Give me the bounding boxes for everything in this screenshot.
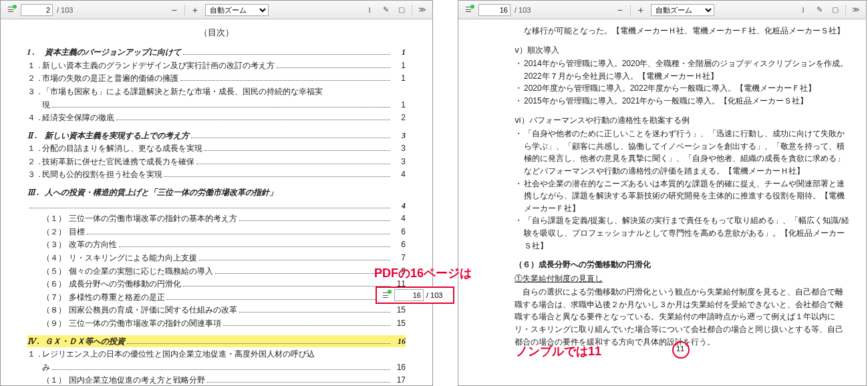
body-paragraph: 自らの選択による労働移動の円滑化という観点から失業給付制度を見ると、自己都合で離…: [515, 286, 850, 348]
toc-item: ２．技術革新に併せた官民連携で成長力を確保3: [27, 156, 406, 168]
bullet-item: ・2020年度から管理職に導入。2022年度から一般職に導入。【電機メーカーＦ社…: [515, 82, 850, 95]
bullet-item: ・「自身や他者のために正しいことを迷わず行う」、「迅速に行動し、成功に向けて失敗…: [515, 128, 850, 177]
toc-item: （８）国家公務員の育成・評価に関する仕組みの改革15: [27, 304, 406, 317]
right-page-content: な移行が可能となった。【電機メーカーＨ社、電機メーカーＦ社、化粧品メーカーＳ社】…: [458, 19, 866, 348]
left-pdf-pane: ☰ / 103 − + 自動ズーム I ✎ ▢ ≫ （目次） I . 資本主義の…: [0, 0, 433, 386]
toc-item: ３．民間も公的役割を担う社会を実現4: [27, 168, 406, 181]
toc-title: （目次）: [27, 26, 406, 39]
toc-item: １．新しい資本主義のグランドデザイン及び実行計画の改訂の考え方1: [27, 59, 406, 72]
bullet-item: ・2014年から管理職に導入。2020年、全職種・全階層のジョブディスクリプショ…: [515, 57, 850, 82]
toc-item: １．レジリエンス上の日本の優位性と国内企業立地促進・高度外国人材の呼び込: [27, 348, 406, 361]
zoom-in-button[interactable]: +: [635, 4, 647, 16]
toc-section-3b: 4: [27, 200, 406, 212]
zoom-out-button[interactable]: −: [168, 4, 180, 16]
toc-section-4: Ⅳ . ＧＸ・ＤＸ等への投資 16: [27, 335, 406, 348]
toc-item: み16: [27, 361, 406, 374]
page-total-label: / 103: [57, 6, 73, 14]
draw-icon[interactable]: ✎: [813, 4, 825, 16]
more-tools-icon[interactable]: ≫: [416, 4, 428, 16]
subhead-v: ⅴ）順次導入: [515, 44, 850, 57]
toc-item: ４．経済安全保障の徹底2: [27, 112, 406, 124]
toc-item: （９）三位一体の労働市場改革の指針の関連事項15: [27, 317, 406, 330]
toc-item: （６）成長分野への労働移動の円滑化11: [27, 278, 406, 291]
zoom-select[interactable]: 自動ズーム: [205, 4, 269, 16]
toc-item: ２．市場の失敗の是正と普遍的価値の擁護1: [27, 72, 406, 85]
bullet-item: ・2015年から管理職に導入。2021年から一般職に導入。【化粧品メーカーＳ社】: [515, 95, 850, 108]
page-total-callout: / 103: [426, 291, 442, 299]
toc-section-3: Ⅲ . 人への投資・構造的賃上げと「三位一体の労働市場改革の指針」: [27, 186, 406, 199]
toc-item: （５）個々の企業の実態に応じた職務給の導入9: [27, 265, 406, 278]
sidebar-toggle-icon[interactable]: ☰: [5, 4, 17, 16]
toc-section-2: Ⅱ . 新しい資本主義を実現する上での考え方 3: [27, 130, 406, 142]
zoom-in-button[interactable]: +: [189, 4, 201, 16]
annotation-text-2: ノンブルでは11: [516, 343, 601, 359]
separator: [412, 5, 412, 15]
toolbar-right: ☰ / 103 − + 自動ズーム I ✎ ▢ ≫: [458, 1, 866, 19]
toc-item: 現1: [27, 99, 406, 112]
sidebar-toggle-icon: ☰: [380, 289, 392, 301]
page-nombre: 11: [676, 345, 684, 353]
subhead-vi: ⅵ）パフォーマンスや行動の適格性を勘案する例: [515, 114, 850, 127]
toc-section-1: I . 資本主義のバージョンアップに向けて 1: [27, 46, 406, 59]
toc-item: （３）改革の方向性6: [27, 238, 406, 251]
text-cursor-icon[interactable]: I: [364, 4, 376, 16]
callout-pagebox: ☰ / 103: [376, 286, 454, 304]
separator: [630, 5, 631, 15]
page-total-label: / 103: [515, 6, 531, 14]
toc-item: ３．「市場も国家も」による課題解決と新たな市場・成長、国民の持続的な幸福実: [27, 85, 406, 98]
heading-6: （６）成長分野への労働移動の円滑化: [515, 258, 850, 271]
page-number-input[interactable]: [21, 4, 53, 16]
more-tools-icon[interactable]: ≫: [850, 4, 862, 16]
image-icon[interactable]: ▢: [829, 4, 841, 16]
image-icon[interactable]: ▢: [396, 4, 408, 16]
toc-item: （４）リ・スキリングによる能力向上支援7: [27, 252, 406, 264]
annotation-text-1: PDFの16ページは: [374, 265, 472, 281]
separator: [184, 5, 185, 15]
toc-item: （１）国内企業立地促進の考え方と戦略分野17: [27, 374, 406, 386]
zoom-out-button[interactable]: −: [614, 4, 626, 16]
separator: [845, 5, 846, 15]
toc-item: （２）目標6: [27, 226, 406, 238]
toc-item: （７）多様性の尊重と格差の是正13: [27, 291, 406, 304]
page-number-input[interactable]: [478, 4, 511, 16]
page-number-input-callout: [394, 289, 424, 301]
draw-icon[interactable]: ✎: [380, 4, 392, 16]
text-cursor-icon[interactable]: I: [797, 4, 809, 16]
bullet-item: ・「自ら課題を定義/提案し、解決策の実行まで責任をもって取り組める」、「幅広く知…: [515, 214, 850, 252]
left-page-content: （目次） I . 資本主義のバージョンアップに向けて 1 １．新しい資本主義のグ…: [1, 19, 432, 386]
bullet-item: ・社会や企業の潜在的なニーズあるいは本質的な課題を的確に捉え、チームや関連部署と…: [515, 178, 850, 215]
toc-item: １．分配の目詰まりを解消し、更なる成長を実現3: [27, 142, 406, 155]
toolbar-left: ☰ / 103 − + 自動ズーム I ✎ ▢ ≫: [1, 1, 432, 19]
body-text: な移行が可能となった。【電機メーカーＨ社、電機メーカーＦ社、化粧品メーカーＳ社】: [515, 25, 850, 37]
zoom-select[interactable]: 自動ズーム: [651, 4, 714, 16]
toc-item: （１）三位一体の労働市場改革の指針の基本的考え方4: [27, 212, 406, 225]
right-pdf-pane: ☰ / 103 − + 自動ズーム I ✎ ▢ ≫ な移行が可能となった。【電機…: [458, 0, 867, 386]
subheading-6-1: ①失業給付制度の見直し: [515, 272, 850, 285]
sidebar-toggle-icon[interactable]: ☰: [462, 4, 474, 16]
